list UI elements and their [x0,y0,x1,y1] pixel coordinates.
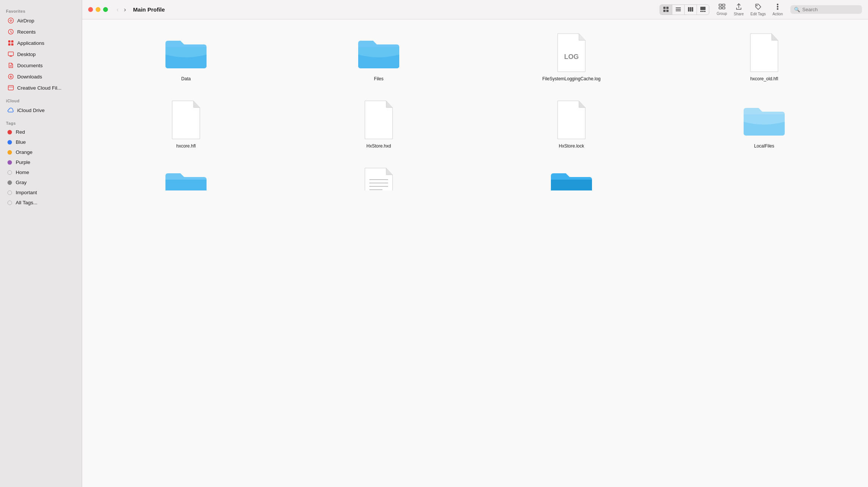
sidebar-item-recents[interactable]: Recents [2,27,80,37]
svg-rect-14 [666,7,669,9]
folder-icon-files [354,32,403,73]
folder-icon-partial-2 [547,167,596,190]
file-item-hxcore-old[interactable]: hxcore_old.hfl [672,28,857,84]
file-item-partial-text[interactable] [286,163,471,196]
svg-rect-26 [704,11,706,12]
sidebar-item-all-tags[interactable]: All Tags... [2,198,80,207]
svg-rect-11 [8,86,13,90]
close-button[interactable] [88,7,93,12]
generic-file-icon-hxstore-lock [547,99,596,140]
folder-icon-data [162,32,210,73]
view-list-button[interactable] [672,5,685,15]
favorites-section-label: Favorites [0,4,82,15]
view-options [660,4,709,15]
svg-rect-25 [702,11,704,12]
svg-rect-27 [719,4,722,6]
file-label-files: Files [374,76,383,81]
tag-label-gray: Gray [16,180,27,185]
svg-point-31 [756,5,757,6]
traffic-lights [88,7,108,12]
sidebar-item-label: Applications [17,40,44,46]
main-content: ‹ › Main Profile [82,0,868,487]
file-item-log[interactable]: LOG FileSystemLoggingCache.log [479,28,664,84]
file-item-partial-2[interactable] [479,163,664,196]
view-gallery-button[interactable] [697,5,709,15]
file-item-hxstore-hxd[interactable]: HxStore.hxd [286,96,471,152]
tag-dot-home [7,170,12,175]
sidebar-item-tag-blue[interactable]: Blue [2,137,80,147]
forward-button[interactable]: › [122,5,128,14]
file-item-localfiles[interactable]: LocalFiles [672,96,857,152]
tag-label-red: Red [16,129,25,135]
tag-label-all: All Tags... [16,200,37,205]
tag-dot-orange [7,150,12,155]
group-icon [719,4,725,11]
file-item-partial-1[interactable] [93,163,279,196]
svg-point-34 [777,8,778,9]
sidebar-item-tag-red[interactable]: Red [2,127,80,137]
tags-section-label: Tags [0,116,82,127]
svg-rect-13 [663,7,666,9]
sidebar-item-label: iCloud Drive [17,108,45,113]
file-area: Data Files [82,19,868,487]
sidebar-item-creative-cloud[interactable]: Creative Cloud Fil... [2,83,80,93]
sidebar-item-applications[interactable]: Applications [2,38,80,48]
minimize-button[interactable] [96,7,100,12]
desktop-icon [7,51,14,58]
file-item-data[interactable]: Data [93,28,279,84]
svg-point-1 [10,21,12,22]
recents-icon [7,28,14,35]
tag-label-home: Home [16,170,29,175]
sidebar-item-downloads[interactable]: Downloads [2,71,80,82]
share-button[interactable]: Share [731,2,747,18]
svg-rect-23 [700,7,706,10]
folder-icon-localfiles [740,99,788,140]
sidebar-item-label: Documents [17,63,43,68]
sidebar-item-label: Downloads [17,74,42,80]
sidebar-item-airdrop[interactable]: AirDrop [2,15,80,26]
documents-icon [7,62,14,69]
log-file-icon: LOG [547,32,596,73]
search-box[interactable]: 🔍 [790,5,862,14]
group-button[interactable]: Group [714,2,730,17]
edit-tags-label: Edit Tags [750,12,766,16]
view-columns-button[interactable] [685,5,697,15]
edit-tags-button[interactable]: Edit Tags [747,2,769,18]
tag-label-blue: Blue [16,139,26,145]
file-item-hxstore-lock[interactable]: HxStore.lock [479,96,664,152]
search-input[interactable] [802,7,858,12]
applications-icon [7,40,14,46]
file-item-hxcore[interactable]: hxcore.hfl [93,96,279,152]
sidebar-item-tag-purple[interactable]: Purple [2,158,80,167]
sidebar-item-label: AirDrop [17,18,34,24]
sidebar-item-label: Creative Cloud Fil... [17,85,62,91]
sidebar-item-tag-home[interactable]: Home [2,168,80,177]
back-forward-nav: ‹ › [115,5,128,14]
sidebar-item-tag-important[interactable]: Important [2,188,80,197]
sidebar-item-documents[interactable]: Documents [2,60,80,71]
file-label-hxstore-hxd: HxStore.hxd [366,143,391,149]
sidebar-item-tag-gray[interactable]: Gray [2,178,80,187]
sidebar-item-label: Desktop [17,52,36,57]
sidebar-item-icloud-drive[interactable]: iCloud Drive [2,105,80,115]
maximize-button[interactable] [103,7,108,12]
svg-rect-18 [676,9,681,10]
file-item-files[interactable]: Files [286,28,471,84]
svg-point-32 [777,6,778,7]
svg-rect-5 [8,43,10,46]
folder-icon-partial-1 [162,167,210,190]
sidebar-item-desktop[interactable]: Desktop [2,49,80,59]
svg-rect-21 [690,7,691,12]
tag-dot-gray [7,180,12,185]
svg-rect-30 [722,7,725,9]
text-file-icon-partial [354,167,403,190]
group-label: Group [717,12,727,16]
icloud-icon [7,107,14,114]
sidebar-item-tag-orange[interactable]: Orange [2,148,80,157]
downloads-icon [7,73,14,80]
svg-rect-19 [676,10,681,11]
svg-text:LOG: LOG [564,53,579,61]
action-button[interactable]: Action [769,2,786,18]
back-button[interactable]: ‹ [115,5,121,14]
view-grid-button[interactable] [660,5,672,15]
